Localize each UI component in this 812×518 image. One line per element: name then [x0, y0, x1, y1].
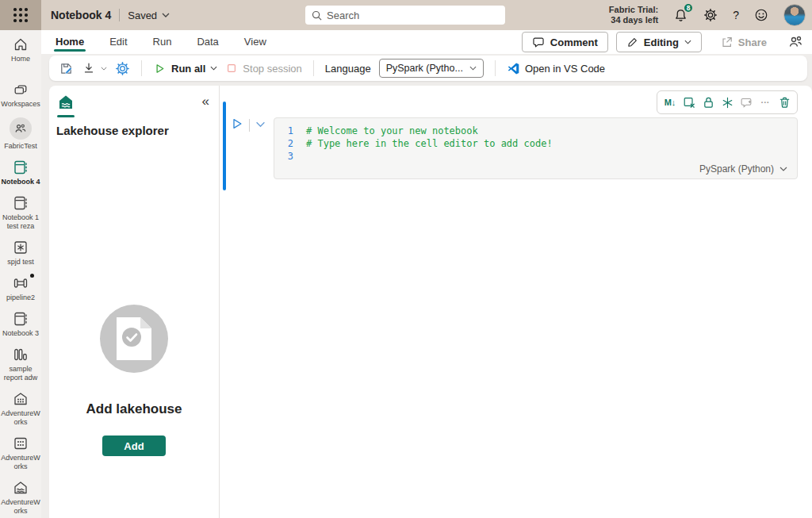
code-cell[interactable]: 1 # Welcome to your new notebook 2 # Typ…	[274, 117, 798, 179]
share-button[interactable]: Share	[710, 32, 777, 52]
clear-output-icon	[683, 96, 695, 109]
snowflake-icon	[722, 97, 733, 109]
notebook-icon	[13, 195, 29, 211]
pencil-icon	[626, 36, 638, 48]
collapse-panel-button[interactable]: «	[202, 94, 209, 109]
code-line: 1 # Welcome to your new notebook	[274, 125, 797, 137]
smiley-icon	[754, 8, 768, 22]
sidebar-item-workspaces[interactable]: Workspaces	[0, 82, 41, 109]
save-status-dropdown[interactable]: Saved	[128, 10, 170, 21]
sidebar-item-adventureworks-model[interactable]: AdventureWorks	[0, 436, 41, 471]
add-comment-button[interactable]	[737, 91, 756, 113]
code-text: # Welcome to your new notebook	[306, 125, 478, 137]
freeze-cell-button[interactable]	[718, 91, 737, 113]
notebook-canvas: M↓ ···	[220, 86, 812, 518]
toolbar-divider	[313, 60, 314, 76]
sidebar-item-sample-report[interactable]: sample report adw	[0, 347, 41, 382]
environment-icon	[13, 240, 29, 255]
left-nav-rail: Home Workspaces FabricTest Notebook 4 No…	[0, 30, 41, 518]
comment-icon	[532, 36, 545, 48]
editing-mode-dropdown[interactable]: Editing	[616, 32, 702, 52]
cell-language-selector[interactable]: PySpark (Python)	[699, 163, 787, 175]
search-icon	[312, 10, 322, 21]
export-dropdown[interactable]	[82, 61, 107, 75]
settings-button[interactable]	[703, 8, 718, 22]
account-avatar[interactable]	[783, 4, 806, 26]
session-settings-button[interactable]	[115, 61, 130, 76]
notebook-icon	[13, 159, 29, 175]
open-vscode-button[interactable]: Open in VS Code	[507, 62, 605, 75]
chevron-down-icon	[162, 13, 170, 17]
tab-run[interactable]: Run	[151, 31, 174, 54]
report-icon	[13, 347, 29, 363]
chevron-down-icon	[255, 121, 266, 128]
clear-output-button[interactable]	[680, 91, 699, 113]
warehouse-icon	[13, 391, 29, 407]
chevron-down-icon	[101, 67, 107, 71]
explorer-title: Lakehouse explorer	[56, 124, 169, 137]
sidebar-item-fabrictest[interactable]: FabricTest	[0, 117, 41, 151]
sidebar-item-notebook4[interactable]: Notebook 4	[0, 159, 41, 186]
notification-badge: 8	[683, 2, 694, 13]
sidebar-item-spjd-test[interactable]: spjd test	[0, 240, 41, 267]
stop-session-button[interactable]: Stop session	[225, 62, 301, 75]
lakehouse-icon	[57, 94, 75, 111]
active-cell-indicator	[223, 102, 226, 190]
lakehouse-icon	[13, 480, 29, 496]
app-launcher-button[interactable]	[0, 0, 41, 30]
waffle-icon	[13, 8, 28, 22]
chevron-down-icon	[469, 66, 477, 71]
comment-button[interactable]: Comment	[522, 32, 608, 52]
notifications-button[interactable]: 8	[673, 8, 688, 23]
lakehouse-tab[interactable]	[57, 94, 75, 111]
language-selector[interactable]: PySpark (Pytho...	[379, 59, 484, 78]
run-cell-button[interactable]	[231, 117, 243, 130]
workspaces-icon	[13, 82, 29, 98]
add-lakehouse-button[interactable]: Add	[102, 436, 166, 456]
cell-run-options-chevron[interactable]	[255, 121, 266, 128]
line-number: 2	[274, 137, 306, 150]
search-input[interactable]	[327, 10, 485, 21]
toolbar-divider	[141, 60, 142, 76]
delete-cell-button[interactable]	[775, 91, 794, 113]
empty-state: Add lakehouse Add	[49, 305, 219, 456]
manage-access-button[interactable]	[787, 33, 804, 51]
document-check-icon	[115, 316, 153, 362]
toolbar-background: Run all Stop session Language PySpark (P…	[41, 54, 812, 86]
lakehouse-explorer-panel: « Lakehouse explorer Add lakehouse Add	[49, 86, 220, 518]
sidebar-item-notebook1[interactable]: Notebook 1 test reza	[0, 195, 41, 231]
empty-state-title: Add lakehouse	[86, 401, 182, 417]
tab-home[interactable]: Home	[54, 31, 86, 54]
trash-icon	[779, 96, 791, 109]
tab-view[interactable]: View	[243, 31, 268, 54]
sidebar-item-notebook3[interactable]: Notebook 3	[0, 311, 41, 338]
global-search[interactable]	[305, 6, 505, 25]
run-all-button[interactable]: Run all	[153, 62, 217, 75]
sidebar-item-adventureworks-lakehouse[interactable]: AdventureWorks	[0, 480, 41, 516]
feedback-button[interactable]	[754, 8, 768, 22]
help-button[interactable]: ?	[733, 9, 739, 21]
comment-add-icon	[740, 96, 753, 109]
gear-icon	[703, 8, 718, 22]
lock-icon	[703, 96, 714, 109]
more-options-button[interactable]: ···	[756, 91, 775, 113]
tab-data[interactable]: Data	[195, 31, 220, 54]
top-app-bar: Notebook 4 Saved Fabric Trial: 34 days l…	[0, 0, 812, 30]
sidebar-item-pipeline2[interactable]: pipeline2	[0, 275, 41, 302]
toolbar-divider	[495, 60, 496, 76]
play-icon	[231, 117, 243, 130]
tab-edit[interactable]: Edit	[108, 31, 128, 54]
convert-to-markdown-button[interactable]: M↓	[661, 91, 680, 113]
title-divider	[119, 9, 120, 21]
code-line: 3	[274, 150, 797, 163]
workspace-avatar-icon	[10, 117, 32, 140]
language-label: Language	[325, 63, 371, 75]
lock-cell-button[interactable]	[699, 91, 718, 113]
stop-icon	[225, 62, 238, 75]
save-button[interactable]	[59, 61, 74, 76]
people-icon	[787, 33, 804, 51]
notebook-icon	[13, 311, 29, 327]
semantic-model-icon	[13, 436, 29, 451]
sidebar-item-adventureworks-warehouse[interactable]: AdventureWorks	[0, 391, 41, 427]
sidebar-item-home[interactable]: Home	[0, 36, 41, 63]
